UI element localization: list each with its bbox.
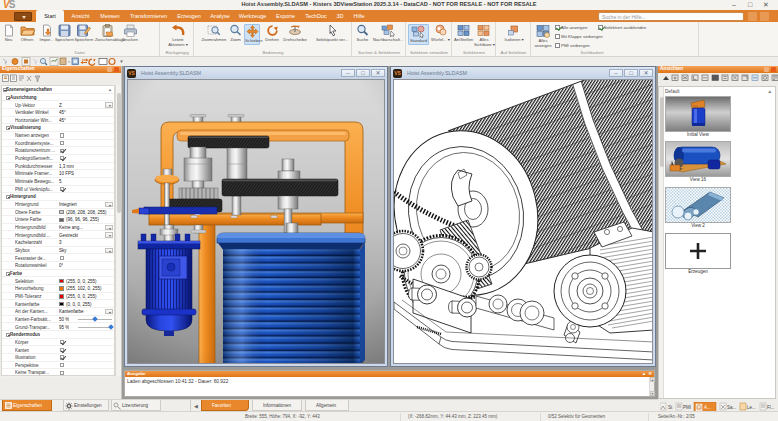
svg-text:St: St <box>668 405 673 410</box>
svg-text:A...: A... <box>704 405 711 410</box>
svg-text:Le...: Le... <box>747 405 756 410</box>
svg-text:Sa...: Sa... <box>727 405 736 410</box>
svg-text:Fl...: Fl... <box>767 405 775 410</box>
svg-text:PMI: PMI <box>683 405 691 410</box>
